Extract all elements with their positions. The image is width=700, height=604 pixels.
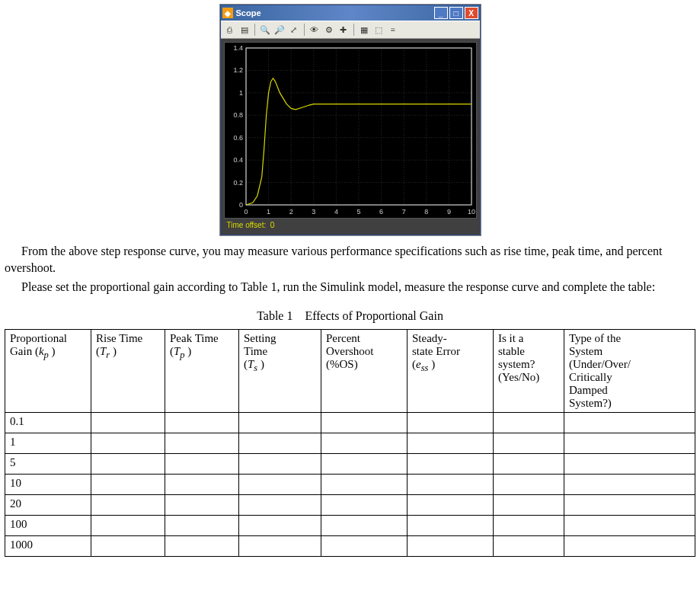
autoscale-icon[interactable]: 👁 (308, 24, 321, 36)
empty-cell (91, 474, 165, 494)
hdr-gain: Proportional Gain (kp ) (5, 329, 91, 412)
empty-cell (239, 412, 321, 433)
paragraph-1: From the above step response curve, you … (5, 243, 695, 276)
empty-cell (321, 453, 408, 474)
svg-text:0: 0 (244, 208, 248, 216)
empty-cell (321, 494, 408, 515)
hdr-settling-time: Setting Time (Ts ) (239, 329, 321, 412)
empty-cell (165, 535, 239, 556)
table-header-row: Proportional Gain (kp ) Rise Time (Tr ) … (5, 329, 695, 412)
scope-plot[interactable]: 01234567891000.20.40.60.811.21.4 (224, 42, 477, 219)
empty-cell (321, 412, 408, 433)
zoom-in-icon[interactable]: 🔍 (259, 24, 271, 36)
effects-table: Proportional Gain (kp ) Rise Time (Tr ) … (5, 329, 695, 557)
svg-text:0.8: 0.8 (233, 111, 243, 119)
empty-cell (239, 474, 321, 494)
print-icon[interactable]: ⎙ (224, 24, 236, 36)
app-icon: ◆ (222, 8, 233, 18)
scope-titlebar[interactable]: ◆ Scope _ □ X (221, 5, 480, 21)
empty-cell (494, 433, 564, 453)
empty-cell (165, 515, 239, 535)
empty-cell (165, 412, 239, 433)
empty-cell (91, 535, 165, 556)
params-icon[interactable]: ▦ (358, 24, 370, 36)
svg-text:0.2: 0.2 (233, 179, 243, 187)
empty-cell (239, 453, 321, 474)
time-offset-label: Time offset: 0 (224, 219, 477, 232)
empty-cell (239, 515, 321, 535)
empty-cell (321, 515, 408, 535)
page-icon[interactable]: ▤ (238, 24, 251, 36)
float-icon[interactable]: ⬚ (372, 24, 385, 36)
svg-text:1.2: 1.2 (233, 66, 243, 74)
gain-cell: 1000 (5, 535, 91, 556)
hdr-stable: Is it a stable system? (Yes/No) (494, 329, 564, 412)
svg-text:3: 3 (312, 208, 315, 216)
svg-text:6: 6 (379, 208, 383, 216)
empty-cell (321, 535, 408, 556)
empty-cell (564, 474, 695, 494)
svg-text:4: 4 (334, 208, 337, 216)
gain-cell: 100 (5, 515, 91, 535)
table-row: 100 (5, 515, 695, 535)
empty-cell (564, 494, 695, 515)
empty-cell (564, 535, 695, 556)
svg-text:7: 7 (401, 208, 405, 216)
svg-text:5: 5 (356, 208, 360, 216)
empty-cell (165, 453, 239, 474)
empty-cell (494, 474, 564, 494)
empty-cell (321, 474, 408, 494)
svg-text:0.6: 0.6 (233, 134, 243, 142)
scope-toolbar: ⎙ ▤ 🔍 🔎 ⤢ 👁 ⚙ ✚ ▦ ⬚ ≡ (221, 21, 480, 39)
empty-cell (564, 515, 695, 535)
empty-cell (564, 453, 695, 474)
hdr-sserror: Steady- state Error (ess ) (408, 329, 494, 412)
empty-cell (239, 433, 321, 453)
zoom-out-icon[interactable]: 🔎 (273, 24, 286, 36)
svg-text:8: 8 (424, 208, 428, 216)
svg-text:9: 9 (446, 208, 450, 216)
table-row: 20 (5, 494, 695, 515)
svg-text:1: 1 (238, 89, 242, 97)
empty-cell (564, 412, 695, 433)
empty-cell (165, 474, 239, 494)
axes-icon[interactable]: ✚ (337, 24, 350, 36)
close-button[interactable]: X (465, 7, 478, 19)
empty-cell (91, 494, 165, 515)
empty-cell (494, 412, 564, 433)
svg-text:0: 0 (238, 201, 242, 209)
gain-cell: 10 (5, 474, 91, 494)
empty-cell (165, 494, 239, 515)
empty-cell (165, 433, 239, 453)
svg-text:2: 2 (289, 208, 292, 216)
gain-cell: 20 (5, 494, 91, 515)
empty-cell (91, 433, 165, 453)
hdr-overshoot: Percent Overshoot (%OS) (321, 329, 408, 412)
table-row: 10 (5, 474, 695, 494)
gain-cell: 0.1 (5, 412, 91, 433)
empty-cell (408, 433, 494, 453)
svg-text:0.4: 0.4 (233, 156, 243, 164)
table-row: 0.1 (5, 412, 695, 433)
empty-cell (321, 433, 408, 453)
zoom-icon[interactable]: ⤢ (288, 24, 300, 36)
empty-cell (239, 535, 321, 556)
svg-text:1.4: 1.4 (233, 44, 243, 52)
plot-svg: 01234567891000.20.40.60.811.21.4 (225, 43, 476, 218)
empty-cell (408, 494, 494, 515)
maximize-button[interactable]: □ (449, 7, 463, 19)
settings-icon[interactable]: ⚙ (323, 24, 335, 36)
table-row: 1 (5, 433, 695, 453)
empty-cell (239, 494, 321, 515)
dock-icon[interactable]: ≡ (387, 24, 399, 36)
empty-cell (408, 515, 494, 535)
empty-cell (494, 535, 564, 556)
hdr-rise-time: Rise Time (Tr ) (91, 329, 165, 412)
window-title: Scope (236, 8, 433, 18)
gain-cell: 1 (5, 433, 91, 453)
svg-text:1: 1 (267, 208, 270, 216)
minimize-button[interactable]: _ (434, 7, 448, 19)
table-row: 5 (5, 453, 695, 474)
paragraph-2: Please set the proportional gain accordi… (5, 279, 695, 296)
scope-window: ◆ Scope _ □ X ⎙ ▤ 🔍 🔎 ⤢ 👁 ⚙ ✚ ▦ ⬚ ≡ (220, 5, 481, 235)
